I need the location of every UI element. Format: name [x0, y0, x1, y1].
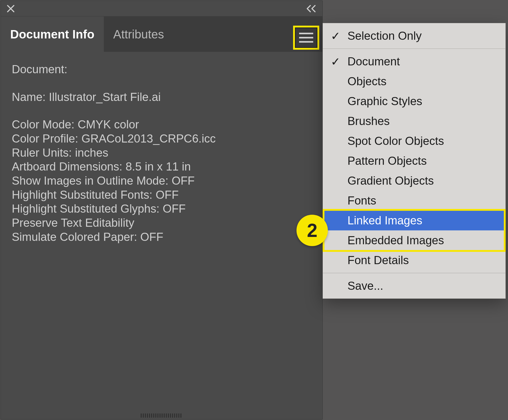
menu-item-objects[interactable]: Objects: [323, 71, 505, 91]
document-info-line: Show Images in Outline Mode: OFF: [12, 174, 311, 188]
checkmark-icon: ✓: [331, 29, 340, 43]
document-info-line: Highlight Substituted Fonts: OFF: [12, 188, 311, 202]
panel-menu-button[interactable]: [293, 26, 319, 50]
menu-item-label: Brushes: [347, 115, 390, 128]
document-info-lines: Color Mode: CMYK colorColor Profile: GRA…: [12, 117, 311, 244]
tab-label: Document Info: [10, 27, 94, 41]
document-name: Name: Illustrator_Start File.ai: [12, 90, 311, 104]
annotation-badge-2: 2: [296, 215, 328, 246]
menu-item-label: Selection Only: [347, 29, 422, 42]
document-info-line: Artboard Dimensions: 8.5 in x 11 in: [12, 160, 311, 174]
menu-item-linked-images[interactable]: Linked Images: [323, 211, 505, 230]
menu-item-font-details[interactable]: Font Details: [323, 250, 505, 270]
tab-row: Document Info Attributes: [1, 16, 322, 52]
collapse-icon[interactable]: [306, 1, 318, 16]
menu-group-selection: ✓Selection Only: [323, 23, 505, 48]
tab-label: Attributes: [113, 27, 164, 41]
menu-item-label: Gradient Objects: [347, 174, 434, 187]
menu-item-selection-only[interactable]: ✓Selection Only: [323, 26, 505, 46]
menu-item-label: Graphic Styles: [347, 95, 422, 108]
menu-item-spot-color-objects[interactable]: Spot Color Objects: [323, 131, 505, 151]
document-info-line: Preserve Text Editability: [12, 216, 311, 230]
menu-item-pattern-objects[interactable]: Pattern Objects: [323, 151, 505, 171]
panel-body: Document: Name: Illustrator_Start File.a…: [1, 52, 322, 254]
document-info-panel: Document Info Attributes Document: Name:…: [1, 1, 323, 419]
menu-item-label: Spot Color Objects: [347, 134, 444, 147]
menu-item-label: Embedded Images: [347, 234, 444, 247]
document-info-line: Highlight Substituted Glyphs: OFF: [12, 202, 311, 216]
menu-item-label: Save...: [347, 279, 383, 292]
menu-group-categories: ✓DocumentObjectsGraphic StylesBrushesSpo…: [323, 49, 505, 273]
menu-item-label: Font Details: [347, 254, 409, 267]
close-icon[interactable]: [5, 3, 16, 14]
panel-header: [1, 1, 322, 16]
menu-item-label: Pattern Objects: [347, 154, 427, 167]
menu-item-label: Fonts: [347, 194, 376, 207]
menu-item-label: Objects: [347, 75, 386, 88]
document-info-line: Color Profile: GRACoL2013_CRPC6.icc: [12, 132, 311, 146]
menu-item-embedded-images[interactable]: Embedded Images: [323, 230, 505, 250]
menu-item-gradient-objects[interactable]: Gradient Objects: [323, 171, 505, 191]
menu-item-document[interactable]: ✓Document: [323, 52, 505, 71]
menu-item-save[interactable]: Save...: [323, 276, 505, 296]
hamburger-icon: [299, 33, 313, 43]
checkmark-icon: ✓: [331, 55, 340, 68]
resize-grip-icon[interactable]: [141, 413, 182, 418]
tab-document-info[interactable]: Document Info: [1, 16, 104, 52]
menu-item-graphic-styles[interactable]: Graphic Styles: [323, 91, 505, 111]
panel-flyout-menu: ✓Selection Only ✓DocumentObjectsGraphic …: [323, 23, 506, 299]
tab-attributes[interactable]: Attributes: [104, 16, 173, 52]
menu-group-save: Save...: [323, 273, 505, 298]
document-info-line: Ruler Units: inches: [12, 146, 311, 160]
menu-item-label: Document: [347, 55, 400, 68]
document-info-line: Simulate Colored Paper: OFF: [12, 230, 311, 244]
annotation-badge-label: 2: [307, 220, 317, 241]
document-label: Document:: [12, 62, 311, 76]
menu-item-brushes[interactable]: Brushes: [323, 111, 505, 131]
menu-item-label: Linked Images: [347, 214, 422, 227]
menu-item-fonts[interactable]: Fonts: [323, 191, 505, 211]
document-info-line: Color Mode: CMYK color: [12, 117, 311, 132]
